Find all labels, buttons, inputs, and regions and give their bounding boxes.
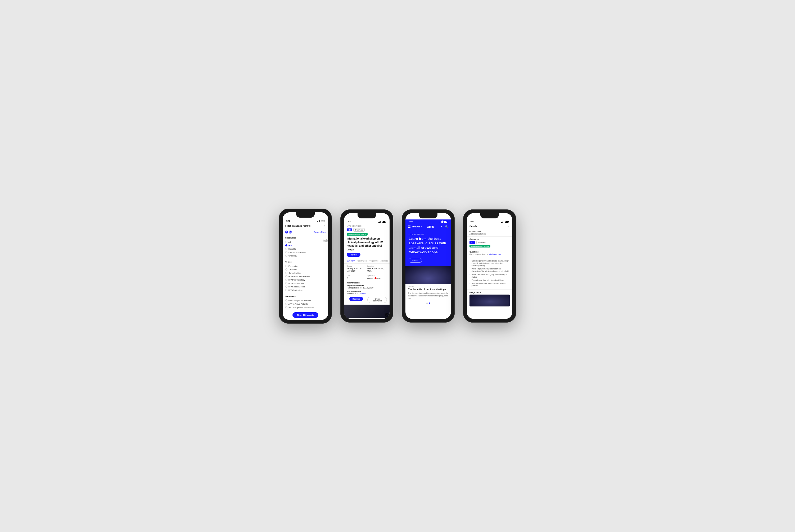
tab-summary[interactable]: Summary — [347, 259, 355, 263]
filter-hiv-inflam[interactable]: HIV Inflammation — [285, 282, 326, 285]
nav-browse-group: ☰ Browse ▾ — [408, 225, 422, 228]
msd-logo: ⬤ MSD — [375, 277, 381, 279]
phone-3-nav: ☰ Browse ▾ ame A 🔍 — [405, 224, 451, 231]
browse-label[interactable]: Browse — [412, 226, 420, 228]
hero-title: Learn from the best speakers, discuss wi… — [409, 236, 448, 254]
filter-hiv[interactable]: HIV — [285, 244, 326, 247]
phone-4-screen: 9:41 Details ∧ — [467, 213, 512, 319]
categories-section: Categories HIV Treatment New compounds /… — [467, 236, 512, 249]
remove-filters-link[interactable]: Remove filters — [313, 231, 326, 233]
dot-2[interactable] — [429, 303, 430, 304]
reg-deadline-value: Full registration fee 12 Apr, 2020 — [347, 287, 374, 289]
specialities-title: Specialities — [285, 236, 326, 239]
avatar[interactable]: A — [439, 225, 444, 229]
filter-hiv-basic[interactable]: HIV Basic/Cure research — [285, 275, 326, 278]
event-title: International workshop on clinical pharm… — [344, 237, 390, 253]
radio-hepatitis — [285, 248, 287, 250]
radio-new-compounds — [285, 299, 287, 301]
filter-prevention[interactable]: Prevention — [285, 264, 326, 268]
filter-comorbidities[interactable]: Comorbidities — [285, 271, 326, 275]
filter-treatment[interactable]: Treatment — [285, 268, 326, 271]
optional-title-value: Additional data here — [469, 233, 510, 235]
filter-hiv-coinf[interactable]: HIV Coinfections — [285, 288, 326, 292]
tab-abstracts[interactable]: Abstracts — [381, 259, 388, 263]
scene: 9:41 Filter database results — [268, 193, 527, 340]
signal-icon — [440, 221, 443, 223]
phone-3-notch — [419, 213, 437, 218]
filter-art-naive[interactable]: ART in Naive Patients — [285, 302, 326, 306]
bullet-4: Translate new data to treatment guidelin… — [469, 279, 510, 281]
cme-value: 5 — [347, 277, 366, 279]
optional-title-section: Optional title Additional data here — [467, 229, 512, 236]
abbvie-logo: abbvie — [367, 278, 373, 279]
battery-icon — [321, 220, 324, 222]
bullet-2: Provide a platform for presentation and … — [469, 268, 510, 272]
location-value: New York City, NY, USA — [367, 267, 387, 272]
filter-art-exp[interactable]: ART in Experiences Patients — [285, 306, 326, 309]
submit-link[interactable]: Submit — [360, 293, 366, 294]
view-all-button[interactable]: View all › — [409, 258, 422, 263]
tab-programme[interactable]: Programme — [369, 259, 378, 263]
dot-1[interactable] — [426, 303, 428, 304]
filter-all[interactable]: All — [285, 240, 326, 244]
group-registration-button[interactable]: Group registration — [367, 297, 387, 303]
phone-3: 9:41 ☰ Browse — [402, 209, 455, 323]
chevron-up-icon[interactable]: ∧ — [508, 225, 510, 228]
arrow-icon: › — [419, 260, 419, 261]
bullet-3: Share information on ongoing pharmacolog… — [469, 273, 510, 278]
cme-label: CME — [347, 274, 366, 276]
tab-registration[interactable]: Registration — [357, 259, 366, 263]
phone-2-content: LIVE MEETINGS HIV Treatment New compound… — [344, 224, 390, 318]
questions-section: Questions Direct any questions at info@a… — [467, 249, 512, 257]
radio-hiv — [285, 244, 287, 246]
carousel-dots — [405, 301, 451, 305]
nav-right: A 🔍 — [439, 225, 448, 229]
register-button-2[interactable]: Register — [349, 297, 363, 301]
register-button[interactable]: Register — [347, 253, 360, 257]
optional-title-label: Optional title — [469, 231, 510, 232]
filter-hiv-pharma[interactable]: HIV Pharmacology — [285, 278, 326, 282]
phone-3-time: 9:41 — [409, 221, 413, 223]
image-block-thumbnail — [469, 294, 510, 306]
phone-1-status-bar: 9:41 — [283, 219, 328, 223]
tag-hiv: HIV — [347, 228, 352, 231]
filter-new-compounds[interactable]: New Compounds/Devices — [285, 299, 326, 302]
battery-icon — [444, 221, 447, 223]
phone-2-notch — [358, 213, 376, 218]
radio-oncology — [285, 254, 287, 257]
live-meetings-label: LIVE MEETINGS — [344, 224, 390, 228]
filter-hepatitis[interactable]: Hepatitis — [285, 247, 326, 251]
phone-1-notch — [296, 212, 315, 217]
questions-text: Direct any questions at info@ame.com — [469, 253, 510, 255]
search-icon[interactable]: 🔍 — [445, 225, 448, 228]
partial-text: taba — [323, 239, 328, 243]
abstract-deadline-label: Abstract deadline — [347, 290, 387, 292]
filter-oncology[interactable]: Oncology — [285, 254, 326, 258]
questions-email[interactable]: info@ame.com — [489, 253, 501, 255]
hero-section: LIVE MEETINGS Learn from the best speake… — [405, 231, 451, 266]
radio-hiv-pharma — [285, 279, 287, 281]
phone-4-content: Details ∧ Optional title Additional data… — [467, 224, 512, 308]
tag-devices: New compounds / devices — [469, 245, 490, 247]
filters-row: 2 All filters Remove filters — [283, 229, 328, 235]
close-icon[interactable]: × — [324, 224, 326, 227]
show-results-button[interactable]: Show 200 results — [292, 312, 318, 318]
phone-3-screen: 9:41 ☰ Browse — [405, 213, 451, 319]
phone-4-status-bar: 9:41 — [467, 220, 512, 224]
specialities-section: Specialities All HIV Hepatitis — [283, 235, 328, 259]
hamburger-icon[interactable]: ☰ — [408, 225, 411, 228]
filter-title: Filter database results — [285, 225, 311, 227]
filter-hiv-social[interactable]: HIV Social Aspects — [285, 285, 326, 288]
subtopics-title: Sub-topics — [285, 295, 326, 298]
abstract-deadline-block: Abstract deadline 27 March 2020 Submit — [344, 290, 390, 295]
radio-hiv-inflam — [285, 282, 287, 284]
tag-treatment: Treatment — [353, 228, 365, 232]
live-label: LIVE MEETINGS — [409, 233, 448, 235]
chevron-down-icon: ▾ — [421, 226, 422, 228]
phone-4-status-icons — [501, 221, 509, 223]
sponsor-logos: abbvie ⬤ MSD — [367, 277, 387, 280]
image-block-section: Image Block — [467, 289, 512, 308]
filter-infectious[interactable]: Infectious Diseases — [285, 251, 326, 254]
phone-4-notch — [480, 213, 499, 218]
detail-grid: Date(s) 13 May 2020 - 15 May 2020 Locati… — [344, 264, 390, 273]
